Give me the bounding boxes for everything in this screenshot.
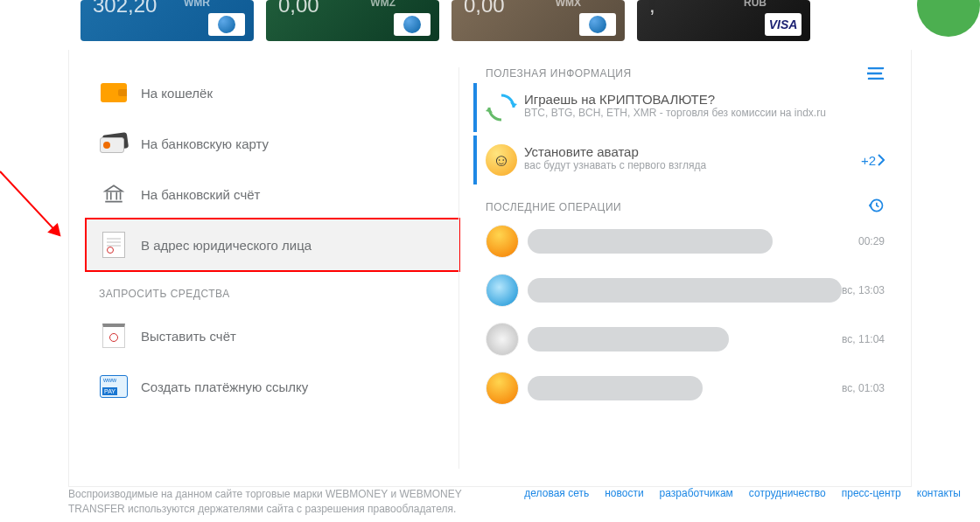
op-time: 00:29 [858,235,885,247]
footer-link-contacts[interactable]: контакты [917,487,961,517]
paylink-icon [99,373,129,400]
wallet-card-wmr[interactable]: 302,20 WMR [80,0,254,41]
menu-issue-invoice[interactable]: Выставить счёт [87,310,458,361]
menu-to-wallet[interactable]: На кошелёк [87,67,458,118]
wm-badge-icon [394,13,430,36]
currency-label: WMZ [370,0,396,9]
currency-label: RUB [744,0,766,9]
redacted-content [528,376,703,400]
footer-link-press[interactable]: пресс-центр [842,487,901,517]
menu-to-bank-card[interactable]: На банковскую карту [87,118,458,169]
chevron-right-icon [878,154,885,166]
info-subtitle: BTC, BTG, BCH, ETH, XMR - торговля без к… [524,107,826,119]
redacted-content [528,327,729,351]
info-crypto[interactable]: Играешь на КРИПТОВАЛЮТЕ? BTC, BTG, BCH, … [473,83,885,132]
invoice-icon [99,323,129,349]
currency-label: WMR [184,0,210,9]
info-subtitle: вас будут узнавать с первого взгляда [524,159,706,171]
wallet-card-wmz[interactable]: 0,00 WMZ [266,0,439,41]
useful-info-header: ПОЛЕЗНАЯ ИНФОРМАЦИЯ [486,67,632,80]
card-icon [99,130,129,157]
menu-label: На банковскую карту [141,136,269,151]
menu-to-bank-account[interactable]: На банковский счёт [87,169,458,219]
op-avatar-icon [486,274,519,307]
op-avatar-icon [486,372,519,405]
menu-label: В адрес юридического лица [141,238,312,253]
crypto-exchange-icon [486,92,517,123]
menu-toggle-icon[interactable] [867,67,885,80]
wallet-card-wmx[interactable]: 0,00 WMX [452,0,625,41]
op-row[interactable]: вс, 13:03 [486,266,885,315]
op-time: вс, 11:04 [842,333,885,345]
visa-badge-icon: VISA [765,13,802,36]
op-avatar-icon [486,323,519,356]
balance-value: , [649,0,655,17]
wm-badge-icon [579,13,616,36]
footer-link-news[interactable]: новости [605,487,643,517]
info-title: Играешь на КРИПТОВАЛЮТЕ? [524,92,826,107]
balance-value: 302,20 [93,0,157,17]
redacted-content [528,278,842,303]
menu-label: На банковский счёт [141,187,260,202]
redacted-content [528,229,773,254]
wallet-card-rub[interactable]: , RUB VISA [637,0,810,41]
history-icon[interactable] [867,197,885,217]
currency-label: WMX [556,0,581,9]
bank-icon [99,181,129,207]
footer-link-partner[interactable]: сотрудничество [749,487,826,517]
balance-value: 0,00 [278,0,319,17]
footer-disclaimer: Воспроизводимые на данном сайте торговые… [68,487,471,517]
footer-link-biznet[interactable]: деловая сеть [524,487,589,517]
op-row[interactable]: вс, 01:03 [486,364,885,413]
smiley-icon: ☺ [486,144,517,176]
op-row[interactable]: 00:29 [486,217,885,266]
menu-to-legal-entity[interactable]: В адрес юридического лица [87,219,458,270]
balance-value: 0,00 [464,0,505,17]
menu-create-paylink[interactable]: Создать платёжную ссылку [87,361,458,412]
op-avatar-icon [486,225,519,258]
footer-link-devs[interactable]: разработчикам [660,487,733,517]
document-icon [99,232,129,258]
menu-label: Выставить счёт [141,329,236,344]
recent-ops-header: ПОСЛЕДНИЕ ОПЕРАЦИИ [486,201,621,213]
menu-label: На кошелёк [141,86,213,101]
wm-badge-icon [208,13,245,36]
info-title: Установите аватар [524,144,706,159]
info-set-avatar[interactable]: ☺ Установите аватар вас будут узнавать с… [473,136,885,184]
op-time: вс, 01:03 [842,382,885,394]
wallet-icon [99,80,129,106]
menu-label: Создать платёжную ссылку [141,379,308,394]
info-bonus-count: +2 [861,144,885,176]
op-row[interactable]: вс, 11:04 [486,315,885,364]
op-time: вс, 13:03 [842,284,885,296]
request-funds-header: ЗАПРОСИТЬ СРЕДСТВА [99,288,458,300]
